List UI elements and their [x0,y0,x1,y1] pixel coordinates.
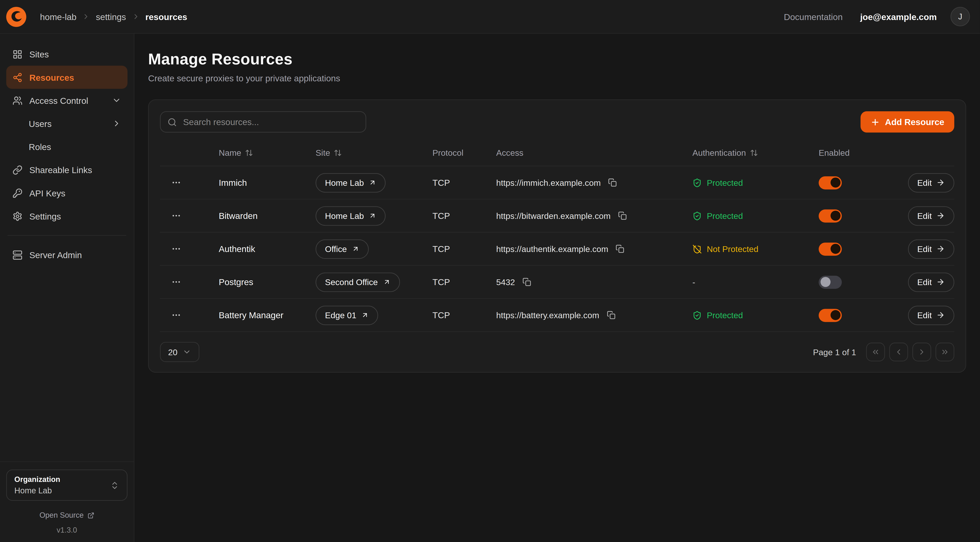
resource-name: Battery Manager [219,310,316,320]
sidebar-item-label: Sites [29,49,49,59]
auth-status: - [692,277,819,287]
page-title: Manage Resources [148,50,966,68]
breadcrumb-resources[interactable]: resources [145,12,187,22]
breadcrumb: home-lab settings resources [40,12,187,22]
sidebar-item-api-keys[interactable]: API Keys [6,181,127,204]
site-link[interactable]: Home Lab [316,206,386,225]
sidebar-item-server-admin[interactable]: Server Admin [6,243,127,266]
edit-button[interactable]: Edit [908,239,954,258]
gear-icon [13,211,22,221]
arrow-up-right-icon [352,245,360,253]
edit-button[interactable]: Edit [908,305,954,325]
sidebar-item-sites[interactable]: Sites [6,43,127,65]
site-link[interactable]: Second Office [316,272,400,292]
auth-status: Protected [692,211,819,220]
table-row: Authentik Office TCP https://authentik.e… [160,233,954,266]
breadcrumb-separator-icon [132,13,140,21]
enabled-toggle[interactable] [819,242,842,255]
copy-button[interactable] [606,309,617,320]
copy-button[interactable] [521,276,532,287]
toolbar: Add Resource [160,112,954,132]
table-row: Postgres Second Office TCP 5432 - Edit [160,266,954,299]
sidebar-item-access-control[interactable]: Access Control [6,89,127,112]
sort-icon [334,149,342,157]
plus-icon [870,117,880,127]
page-size-select[interactable]: 20 [160,342,199,362]
breadcrumb-org[interactable]: home-lab [40,12,76,22]
site-link[interactable]: Edge 01 [316,305,379,325]
sidebar-item-label: Settings [29,211,61,221]
topbar: home-lab settings resources Documentatio… [0,0,980,34]
row-actions-button[interactable] [167,308,185,322]
previous-page-button[interactable] [889,343,908,361]
add-resource-label: Add Resource [885,117,944,127]
sidebar-item-roles[interactable]: Roles [6,135,127,158]
edit-button[interactable]: Edit [908,272,954,292]
protocol-value: TCP [433,244,496,254]
users-icon [13,95,22,105]
enabled-toggle[interactable] [819,176,842,189]
next-page-button[interactable] [912,343,931,361]
avatar[interactable]: J [951,7,970,26]
sidebar-item-label: Roles [29,142,51,151]
edit-button[interactable]: Edit [908,206,954,225]
breadcrumb-settings[interactable]: settings [96,12,126,22]
page-info: Page 1 of 1 [813,347,856,357]
toggle-thumb [830,211,840,221]
row-actions-button[interactable] [167,208,185,223]
ellipsis-icon [171,244,181,254]
open-source-link[interactable]: Open Source [6,510,127,520]
shield-check-icon [692,178,702,187]
sidebar-item-shareable-links[interactable]: Shareable Links [6,158,127,181]
sidebar-item-resources[interactable]: Resources [6,65,127,89]
row-actions-button[interactable] [167,241,185,256]
header-name[interactable]: Name [219,148,253,158]
header-protocol: Protocol [433,148,463,158]
documentation-link[interactable]: Documentation [780,11,846,22]
enabled-toggle[interactable] [819,275,842,289]
first-page-button[interactable] [866,343,885,361]
pangolin-logo-icon [6,6,27,27]
arrow-up-right-icon [383,278,390,286]
search-input[interactable] [182,116,359,128]
user-email[interactable]: joe@example.com [860,12,937,22]
last-page-button[interactable] [935,343,954,361]
sidebar-divider [8,235,126,236]
enabled-toggle[interactable] [819,309,842,322]
external-link-icon [88,512,94,519]
arrow-right-icon [936,178,945,187]
shield-check-icon [692,311,702,320]
sidebar-item-label: Users [29,118,52,129]
enabled-toggle[interactable] [819,209,842,222]
grid-icon [13,49,22,59]
sidebar-item-label: Access Control [29,95,88,105]
page-subtitle: Create secure proxies to your private ap… [148,73,966,83]
chevrons-right-icon [940,348,949,356]
arrow-up-right-icon [361,311,369,319]
header-site[interactable]: Site [316,148,342,158]
edit-button[interactable]: Edit [908,173,954,192]
header-authentication[interactable]: Authentication [692,148,758,158]
copy-button[interactable] [614,243,626,255]
sidebar-item-settings[interactable]: Settings [6,204,127,228]
add-resource-button[interactable]: Add Resource [861,112,954,132]
org-switcher[interactable]: Organization Home Lab [6,469,127,501]
row-actions-button[interactable] [167,175,185,190]
arrow-right-icon [936,311,945,319]
chevron-right-icon [112,119,121,128]
sidebar-item-label: Resources [29,72,74,82]
row-actions-button[interactable] [167,274,185,289]
copy-button[interactable] [617,210,628,222]
site-link[interactable]: Home Lab [316,173,386,192]
key-icon [13,188,22,198]
app-logo[interactable] [5,5,27,28]
ellipsis-icon [171,277,181,287]
site-link[interactable]: Office [316,239,369,258]
topbar-right: Documentation joe@example.com J [780,7,970,26]
sidebar: Sites Resources Access Control Users Rol… [0,34,134,542]
version-label: v1.3.0 [6,526,127,535]
copy-button[interactable] [607,177,618,188]
sidebar-item-users[interactable]: Users [6,112,127,135]
ellipsis-icon [171,310,181,320]
chevrons-up-down-icon [110,480,119,490]
